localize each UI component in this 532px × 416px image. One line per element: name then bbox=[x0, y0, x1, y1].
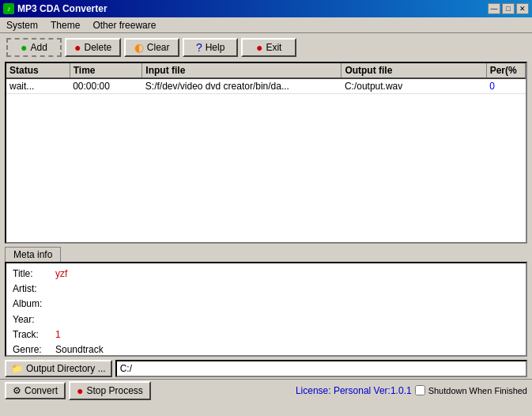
col-header-time: Time bbox=[70, 63, 142, 78]
clear-icon: ◐ bbox=[134, 41, 144, 54]
col-header-input: Input file bbox=[142, 63, 341, 78]
app-icon: ♪ bbox=[3, 3, 14, 14]
col-header-output: Output file bbox=[341, 63, 486, 78]
shutdown-checkbox[interactable] bbox=[415, 385, 425, 395]
clear-button[interactable]: ◐ Clear bbox=[124, 38, 179, 57]
app-title: MP3 CDA Converter bbox=[17, 3, 108, 14]
title-bar-controls[interactable]: — □ ✕ bbox=[488, 3, 529, 14]
close-button[interactable]: ✕ bbox=[516, 3, 529, 14]
cell-output: C:/output.wav bbox=[341, 78, 486, 94]
meta-genre-label: Genre: bbox=[13, 342, 52, 357]
cell-status: wait... bbox=[6, 78, 70, 94]
stop-button[interactable]: ● Stop Process bbox=[69, 381, 151, 400]
status-bar: ⚙ Convert ● Stop Process License: Person… bbox=[0, 379, 532, 401]
menu-system[interactable]: System bbox=[3, 20, 41, 31]
status-bar-left: ⚙ Convert ● Stop Process bbox=[5, 381, 151, 400]
meta-title-label: Title: bbox=[13, 267, 52, 282]
menu-bar: System Theme Other freeware bbox=[0, 17, 532, 33]
meta-track-label: Track: bbox=[13, 327, 52, 342]
table-row[interactable]: wait... 00:00:00 S:/f/dev/video dvd crea… bbox=[6, 78, 526, 94]
output-directory-button[interactable]: 📁 Output Directory ... bbox=[5, 360, 112, 377]
help-button[interactable]: ? Help bbox=[183, 38, 238, 57]
license-text: License: Personal Ver:1.0.1 bbox=[296, 385, 412, 396]
maximize-button[interactable]: □ bbox=[502, 3, 515, 14]
menu-other[interactable]: Other freeware bbox=[89, 20, 159, 31]
shutdown-label: Shutdown When Finished bbox=[428, 386, 527, 395]
folder-icon: 📁 bbox=[11, 363, 23, 374]
meta-album-row: Album: bbox=[13, 297, 519, 312]
meta-title-value: yzf bbox=[55, 267, 67, 282]
output-directory-input[interactable] bbox=[115, 360, 527, 377]
title-bar-left: ♪ MP3 CDA Converter bbox=[3, 3, 108, 14]
meta-section: Meta info Title: yzf Artist: Album: Year… bbox=[5, 247, 527, 357]
main-content: ● Add ● Delete ◐ Clear ? Help ● Exit Sta… bbox=[0, 33, 532, 416]
menu-theme[interactable]: Theme bbox=[47, 20, 83, 31]
add-icon: ● bbox=[21, 41, 27, 54]
cell-time: 00:00:00 bbox=[70, 78, 142, 94]
delete-icon: ● bbox=[74, 41, 81, 54]
meta-title-row: Title: yzf bbox=[13, 267, 519, 282]
convert-icon: ⚙ bbox=[13, 385, 21, 396]
col-header-status: Status bbox=[6, 63, 70, 78]
cell-per: 0 bbox=[486, 78, 525, 94]
convert-button[interactable]: ⚙ Convert bbox=[5, 382, 66, 399]
meta-artist-label: Artist: bbox=[13, 282, 52, 297]
file-table: Status Time Input file Output file Per(%… bbox=[6, 63, 526, 94]
minimize-button[interactable]: — bbox=[488, 3, 500, 14]
add-button[interactable]: ● Add bbox=[6, 38, 62, 57]
output-directory-bar: 📁 Output Directory ... bbox=[5, 360, 527, 377]
toolbar: ● Add ● Delete ◐ Clear ? Help ● Exit bbox=[0, 33, 532, 62]
cell-input: S:/f/dev/video dvd creator/bin/da... bbox=[142, 78, 341, 94]
col-header-per: Per(% bbox=[486, 63, 525, 78]
meta-track-row: Track: 1 bbox=[13, 327, 519, 342]
meta-genre-value: Soundtrack bbox=[55, 342, 104, 357]
exit-button[interactable]: ● Exit bbox=[241, 38, 296, 57]
exit-icon: ● bbox=[256, 41, 262, 54]
title-bar: ♪ MP3 CDA Converter — □ ✕ bbox=[0, 0, 532, 17]
meta-artist-row: Artist: bbox=[13, 282, 519, 297]
delete-button[interactable]: ● Delete bbox=[65, 38, 121, 57]
meta-genre-row: Genre: Soundtrack bbox=[13, 342, 519, 357]
meta-year-row: Year: bbox=[13, 312, 519, 327]
help-icon: ? bbox=[196, 41, 202, 54]
meta-track-value: 1 bbox=[55, 327, 61, 342]
meta-album-label: Album: bbox=[13, 297, 52, 312]
meta-tab[interactable]: Meta info bbox=[5, 247, 61, 262]
file-table-container[interactable]: Status Time Input file Output file Per(%… bbox=[5, 62, 527, 244]
stop-icon: ● bbox=[77, 384, 83, 397]
meta-content: Title: yzf Artist: Album: Year: Track: 1… bbox=[5, 262, 527, 357]
meta-year-label: Year: bbox=[13, 312, 52, 327]
shutdown-section: License: Personal Ver:1.0.1 Shutdown Whe… bbox=[296, 385, 527, 396]
